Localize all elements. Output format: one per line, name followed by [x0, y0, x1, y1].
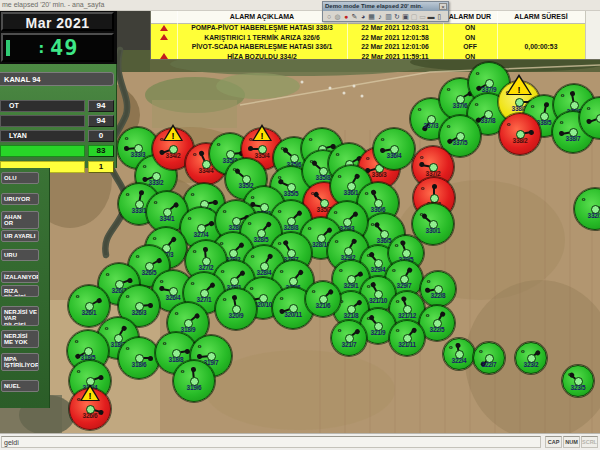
pivot-label: 326/3 [119, 309, 159, 316]
alarm-time: 22 Mar 2021 11:59:11 [347, 52, 443, 62]
pivot-322/8[interactable]: o322/8 [420, 271, 456, 307]
note-icon[interactable]: ♪ [376, 12, 384, 22]
pivot-direction-o: o [582, 196, 586, 202]
alarm-row[interactable]: HİZA BOZULDU 334/222 Mar 2021 11:59:11ON [151, 52, 585, 62]
grid-icon[interactable]: ▦ [368, 12, 376, 22]
pivot-326/6[interactable]: o!326/6 [69, 388, 111, 430]
pivot-338/2[interactable]: o338/2 [499, 113, 541, 155]
pivot-323/5[interactable]: o323/5 [562, 365, 594, 397]
stat-label [0, 145, 85, 157]
legend-item[interactable]: UR AYARLI [1, 230, 39, 242]
pivot-321/6[interactable]: o321/6 [305, 281, 341, 317]
pivot-321/7[interactable]: o321/7 [331, 320, 367, 356]
pivot-330/1[interactable]: o330/1 [412, 203, 454, 245]
channel-button[interactable]: KANAL 94 [0, 72, 114, 86]
demo-window-titlebar[interactable]: Demo mode Time elapsed 20' min. × [323, 2, 448, 11]
pivot-direction-o: o [521, 348, 525, 354]
warning-triangle-icon [160, 25, 168, 31]
pivot-318/6[interactable]: o318/6 [118, 337, 160, 379]
pivot-direction-o: o [280, 268, 284, 274]
pivot-label: 322/4 [444, 357, 474, 364]
pivot-322/4[interactable]: o322/4 [443, 338, 475, 370]
pivot-label: 321/6 [306, 302, 340, 309]
pivot-label: 320/9 [216, 312, 256, 319]
pivot-320/9[interactable]: o320/9 [215, 288, 257, 330]
legend-item[interactable]: AHAN OR [1, 211, 39, 229]
monitor-icon[interactable]: ▯ [436, 12, 444, 22]
status-bar: geldi CAPNUMSCRL [0, 433, 600, 450]
pivot-direction-o: o [426, 312, 430, 318]
pivot-326/1[interactable]: o326/1 [68, 285, 110, 327]
pivot-direction-o: o [75, 338, 79, 344]
record-icon[interactable]: ● [342, 12, 350, 22]
pivot-direction-o: o [392, 267, 396, 273]
legend-item[interactable]: NERJİSİ VE VAR BİLGİSİ [1, 306, 39, 326]
status-message: geldi [4, 437, 19, 448]
legend-item[interactable]: NERJİSİ ME YOK [1, 330, 39, 348]
pivot-direction-o: o [531, 103, 535, 109]
pivot-direction-o: o [309, 136, 313, 142]
keylock-indicator-cap: CAP [545, 436, 562, 448]
date-display: Mar 2021 [1, 12, 114, 31]
alarm-row[interactable]: PİVOT-SCADA HABERLEŞME HATASI 336/122 Ma… [151, 42, 585, 52]
warning-triangle-icon [160, 53, 168, 59]
warning-triangle-icon [160, 34, 168, 40]
pivot-321/11[interactable]: o321/11 [389, 320, 425, 356]
legend-item[interactable]: İZALANIYOR [1, 271, 39, 283]
clock-separator: : [36, 38, 46, 57]
pivot-323/2[interactable]: o323/2 [515, 342, 547, 374]
pivot-direction-o: o [198, 343, 202, 349]
warning-triangle-icon: ! [506, 74, 532, 95]
alarm-status: ON [443, 52, 497, 62]
pivot-direction-o: o [280, 295, 284, 301]
clock-icon[interactable]: ◕ [359, 12, 367, 22]
alarm-table-header-status[interactable]: ALARM DUR [443, 11, 497, 23]
legend-item[interactable]: MPA İŞTİRİLİYOR [1, 353, 39, 371]
pivot-direction-o: o [143, 163, 147, 169]
pivot-label: 323/2 [516, 361, 546, 368]
legend-item[interactable]: URUYOR [1, 193, 39, 205]
window-title: me elapsed '20' min. - ana_sayfa [2, 1, 104, 8]
warning-triangle-icon: ! [163, 124, 183, 141]
list-icon[interactable]: ▥ [385, 12, 393, 22]
triangle-exclamation: ! [252, 131, 272, 141]
pivot-direction-o: o [193, 151, 197, 157]
pivot-label: 320/11 [273, 311, 313, 318]
legend-item[interactable]: OLU [1, 172, 39, 184]
demo-window-title: Demo mode Time elapsed 20' min. [325, 2, 423, 11]
frame-disabled-icon[interactable]: ▢ [410, 12, 418, 22]
alarm-time: 22 Mar 2021 12:01:58 [347, 33, 443, 43]
pivot-label: 322/5 [420, 326, 454, 333]
alarm-table-header-duration[interactable]: ALARM SÜRESİ [497, 11, 585, 23]
alarm-row[interactable]: KARIŞTIRICI 1 TERMİK ARIZA 326/622 Mar 2… [151, 33, 585, 43]
pivot-label: 322/8 [421, 292, 455, 299]
window-titlebar[interactable]: me elapsed '20' min. - ana_sayfa [0, 0, 600, 11]
pivot-direction-o: o [77, 368, 81, 374]
pivot-label: 330/1 [413, 227, 453, 234]
demo-mode-window[interactable]: Demo mode Time elapsed 20' min. × ○◍●✎◕▦… [322, 1, 449, 22]
triangle-exclamation: ! [80, 391, 100, 401]
legend-item[interactable]: NUEL [1, 380, 39, 392]
pivot-direction-o: o [479, 348, 483, 354]
legend-item[interactable]: URU [1, 249, 39, 261]
clock-hour-fragment [6, 40, 10, 56]
pivot-direction-o: o [160, 278, 164, 284]
pivot-336/4[interactable]: o336/4 [373, 128, 415, 170]
pivot-322/7[interactable]: o322/7 [473, 342, 505, 374]
pen-icon[interactable]: ✎ [351, 12, 359, 22]
close-icon[interactable]: × [439, 3, 447, 10]
pivot-label: 332/1 [575, 212, 600, 219]
warning-triangle-icon: ! [252, 124, 272, 141]
circle-outline-icon[interactable]: ○ [325, 12, 333, 22]
alarm-description: PİVOT-SCADA HABERLEŞME HATASI 336/1 [177, 42, 347, 52]
frame-icon[interactable]: ▣ [402, 12, 410, 22]
stat-label: OT [0, 100, 85, 112]
legend-item[interactable]: RIZA BİLGİSİ [1, 285, 39, 297]
window-disabled-icon[interactable]: ▭ [419, 12, 427, 22]
chat-icon[interactable]: ▬ [427, 12, 435, 22]
pivot-319/6[interactable]: o319/6 [173, 360, 215, 402]
alarm-row[interactable]: POMPA-PİVOT HABERLEŞME HATASI 338/322 Ma… [151, 23, 585, 33]
refresh-icon[interactable]: ↻ [393, 12, 401, 22]
circle-gray-icon[interactable]: ◍ [334, 12, 342, 22]
pivot-direction-o: o [334, 209, 338, 215]
